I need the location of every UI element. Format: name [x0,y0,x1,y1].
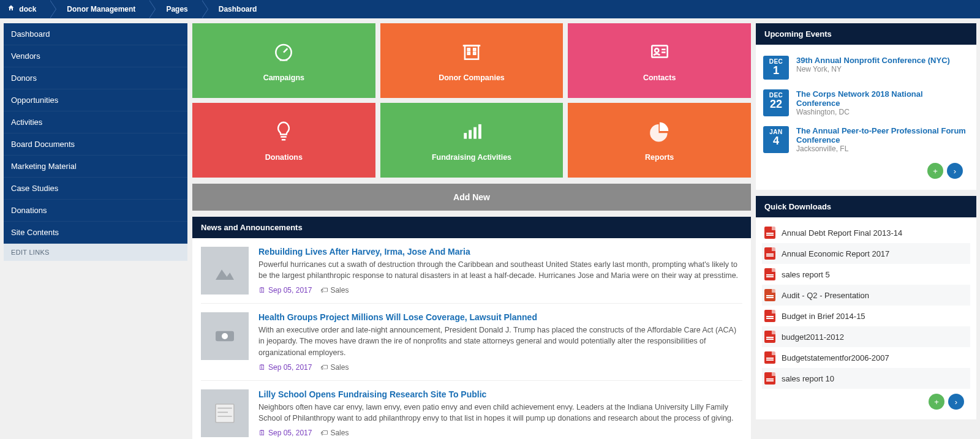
event-title[interactable]: The Corps Network 2018 National Conferen… [796,89,967,108]
news-item: Lilly School Opens Fundraising Research … [201,381,742,437]
download-item[interactable]: budget2011-2012 [762,326,970,347]
svg-rect-5 [473,52,475,54]
news-meta: 🗓Sep 05, 2017 🏷Sales [258,429,742,437]
event-item: DEC 1 39th Annual Nonprofit Conference (… [763,51,967,84]
sidebar-item-activities[interactable]: Activities [4,111,187,133]
events-heading: Upcoming Events [756,23,976,45]
add-download-button[interactable]: + [929,394,944,410]
tag-icon: 🏷 [320,363,328,372]
chevron-right-icon: › [955,397,957,407]
download-item[interactable]: Audit - Q2 - Presentation [762,285,970,306]
news-heading: News and Announcements [192,217,751,238]
pdf-icon [764,310,775,322]
event-datebox: DEC 22 [763,89,789,116]
news-title[interactable]: Lilly School Opens Fundraising Research … [258,389,742,399]
tile-reports[interactable]: Reports [568,103,751,178]
svg-rect-3 [473,48,475,50]
quick-downloads-panel: Quick Downloads Annual Debt Report Final… [756,196,976,419]
sidebar-item-dashboard[interactable]: Dashboard [4,23,187,45]
pie-icon [648,119,671,144]
sidebar-item-donors[interactable]: Donors [4,67,187,89]
right-column: Upcoming Events DEC 1 39th Annual Nonpro… [756,23,976,419]
bulb-icon [272,119,295,144]
chevron-right-icon: › [954,167,956,176]
download-item[interactable]: sales report 5 [762,264,970,285]
news-title[interactable]: Health Groups Project Millions Will Lose… [258,312,742,322]
svg-point-7 [655,48,658,52]
breadcrumb-item[interactable]: Donor Management [50,0,149,18]
events-more-button[interactable]: › [947,163,963,179]
news-meta: 🗓Sep 05, 2017 🏷Sales [258,286,742,295]
pdf-icon [764,247,775,260]
svg-rect-2 [468,48,470,50]
svg-point-13 [222,333,228,339]
sidebar-edit-links[interactable]: EDIT LINKS [4,244,187,261]
tile-label: Donations [265,153,303,162]
downloads-more-button[interactable]: › [948,394,964,410]
event-title[interactable]: The Annual Peer-to-Peer Professional For… [796,126,967,144]
news-title[interactable]: Rebuilding Lives After Harvey, Irma, Jos… [258,247,742,257]
sidebar-item-marketing-material[interactable]: Marketing Material [4,156,187,178]
tile-contacts[interactable]: Contacts [568,23,751,98]
tile-donations[interactable]: Donations [192,103,375,178]
tag-icon: 🏷 [320,429,328,437]
breadcrumb-item[interactable]: Dashboard [202,0,271,18]
add-event-button[interactable]: + [927,163,943,179]
news-thumbnail [201,389,249,437]
svg-rect-11 [478,124,481,138]
calendar-icon: 🗓 [258,286,266,295]
events-list[interactable]: DEC 1 39th Annual Nonprofit Conference (… [763,51,969,158]
event-datebox: DEC 1 [763,56,789,80]
tile-label: Reports [645,153,674,162]
tile-fundraising[interactable]: Fundraising Activities [380,103,564,178]
add-new-button[interactable]: Add New [192,184,751,211]
tile-label: Campaigns [263,73,304,82]
breadcrumb-item[interactable]: Pages [149,0,201,18]
home-icon [7,5,17,13]
breadcrumb-home[interactable]: dock [0,0,50,18]
tile-grid: Campaigns Donor Companies Contacts Donat… [192,23,751,178]
sidebar-item-board-documents[interactable]: Board Documents [4,133,187,156]
sidebar-item-opportunities[interactable]: Opportunities [4,89,187,111]
sidebar-item-site-contents[interactable]: Site Contents [4,222,187,244]
tile-donor-companies[interactable]: Donor Companies [380,23,564,98]
main-content: Campaigns Donor Companies Contacts Donat… [192,23,751,439]
news-list: Rebuilding Lives After Harvey, Irma, Jos… [192,238,751,439]
ppt-icon [764,289,775,301]
event-item: JAN 4 The Annual Peer-to-Peer Profession… [763,121,967,158]
building-icon [460,40,483,65]
svg-rect-8 [464,133,467,139]
pdf-icon [764,268,775,280]
event-datebox: JAN 4 [763,126,789,153]
downloads-list: Annual Debt Report Final 2013-14 Annual … [762,222,970,389]
download-item[interactable]: Budget in Brief 2014-15 [762,306,970,326]
pdf-icon [764,351,775,364]
pdf-icon [764,372,775,385]
event-location: New York, NY [796,65,950,73]
download-item[interactable]: Budgetstatementfor2006-2007 [762,347,970,368]
svg-rect-4 [468,52,470,54]
event-item: DEC 22 The Corps Network 2018 National C… [763,84,967,121]
download-item[interactable]: Annual Debt Report Final 2013-14 [762,222,970,243]
tile-campaigns[interactable]: Campaigns [192,23,375,98]
bars-icon [460,119,483,144]
id-icon [648,40,671,65]
news-excerpt: Neighbors often have car envy, lawn envy… [258,402,742,424]
sidebar-item-vendors[interactable]: Vendors [4,45,187,67]
news-excerpt: Powerful hurricanes cut a swath of destr… [258,259,742,281]
news-item: Health Groups Project Millions Will Lose… [201,304,742,380]
pdf-icon [764,227,775,239]
tile-label: Donor Companies [439,73,505,82]
svg-rect-10 [473,127,477,138]
download-item[interactable]: Annual Economic Report 2017 [762,243,970,264]
sidebar-item-case-studies[interactable]: Case Studies [4,178,187,200]
pdf-icon [764,331,775,343]
event-location: Jacksonville, FL [796,144,967,153]
svg-rect-9 [469,130,472,138]
plus-icon: + [934,397,939,407]
calendar-icon: 🗓 [258,429,266,437]
event-title[interactable]: 39th Annual Nonprofit Conference (NYC) [796,56,950,65]
download-item[interactable]: sales report 10 [762,368,970,389]
tile-label: Contacts [643,73,676,82]
sidebar-item-donations[interactable]: Donations [4,200,187,222]
